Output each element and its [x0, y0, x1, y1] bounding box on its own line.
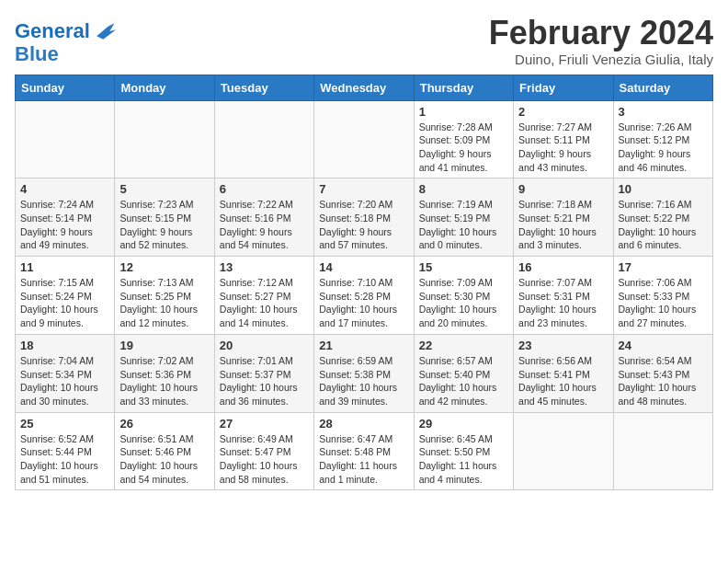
day-detail: Sunrise: 6:57 AM Sunset: 5:40 PM Dayligh…	[419, 354, 508, 408]
day-detail: Sunrise: 7:07 AM Sunset: 5:31 PM Dayligh…	[518, 276, 608, 330]
page-header: General Blue February 2024 Duino, Friuli…	[15, 15, 713, 67]
day-detail: Sunrise: 6:49 AM Sunset: 5:47 PM Dayligh…	[220, 432, 309, 487]
day-number: 21	[319, 339, 408, 352]
calendar-cell: 22Sunrise: 6:57 AM Sunset: 5:40 PM Dayli…	[414, 334, 513, 412]
day-number: 22	[419, 339, 508, 352]
day-detail: Sunrise: 7:16 AM Sunset: 5:22 PM Dayligh…	[619, 198, 708, 252]
day-number: 8	[419, 182, 508, 196]
calendar-week-row: 18Sunrise: 7:04 AM Sunset: 5:34 PM Dayli…	[16, 334, 713, 412]
calendar-cell: 21Sunrise: 6:59 AM Sunset: 5:38 PM Dayli…	[314, 334, 414, 412]
calendar-cell: 15Sunrise: 7:09 AM Sunset: 5:30 PM Dayli…	[414, 257, 513, 335]
calendar-cell: 13Sunrise: 7:12 AM Sunset: 5:27 PM Dayli…	[214, 257, 313, 335]
calendar-cell: 7Sunrise: 7:20 AM Sunset: 5:18 PM Daylig…	[314, 178, 414, 257]
day-detail: Sunrise: 7:02 AM Sunset: 5:36 PM Dayligh…	[119, 354, 209, 408]
calendar-cell: 5Sunrise: 7:23 AM Sunset: 5:15 PM Daylig…	[115, 178, 214, 257]
day-detail: Sunrise: 7:12 AM Sunset: 5:27 PM Dayligh…	[220, 276, 309, 330]
day-number: 2	[518, 105, 608, 119]
calendar-cell: 1Sunrise: 7:28 AM Sunset: 5:09 PM Daylig…	[414, 100, 513, 178]
day-detail: Sunrise: 7:10 AM Sunset: 5:28 PM Dayligh…	[319, 276, 408, 330]
day-detail: Sunrise: 7:06 AM Sunset: 5:33 PM Dayligh…	[619, 276, 708, 330]
calendar-cell: 29Sunrise: 6:45 AM Sunset: 5:50 PM Dayli…	[414, 412, 513, 490]
calendar-cell: 2Sunrise: 7:27 AM Sunset: 5:11 PM Daylig…	[514, 100, 613, 178]
calendar-cell: 11Sunrise: 7:15 AM Sunset: 5:24 PM Dayli…	[16, 257, 115, 335]
day-number: 25	[20, 417, 109, 431]
day-number: 6	[220, 182, 309, 196]
calendar-body: 1Sunrise: 7:28 AM Sunset: 5:09 PM Daylig…	[16, 100, 713, 490]
calendar-cell: 12Sunrise: 7:13 AM Sunset: 5:25 PM Dayli…	[115, 257, 214, 335]
day-number: 10	[619, 182, 708, 196]
day-number: 15	[419, 260, 508, 274]
calendar-cell: 18Sunrise: 7:04 AM Sunset: 5:34 PM Dayli…	[16, 334, 115, 412]
calendar-cell: 8Sunrise: 7:19 AM Sunset: 5:19 PM Daylig…	[414, 178, 513, 257]
day-number: 4	[20, 182, 109, 196]
calendar-cell	[514, 412, 613, 490]
day-detail: Sunrise: 7:23 AM Sunset: 5:15 PM Dayligh…	[119, 198, 209, 252]
calendar-cell: 3Sunrise: 7:26 AM Sunset: 5:12 PM Daylig…	[613, 100, 712, 178]
column-header-wednesday: Wednesday	[314, 75, 414, 100]
calendar-week-row: 4Sunrise: 7:24 AM Sunset: 5:14 PM Daylig…	[16, 178, 713, 257]
day-detail: Sunrise: 6:52 AM Sunset: 5:44 PM Dayligh…	[20, 432, 109, 487]
column-header-thursday: Thursday	[414, 75, 513, 100]
day-detail: Sunrise: 7:24 AM Sunset: 5:14 PM Dayligh…	[20, 198, 109, 252]
day-detail: Sunrise: 7:22 AM Sunset: 5:16 PM Dayligh…	[220, 198, 309, 252]
calendar-cell	[613, 412, 712, 490]
calendar-cell: 23Sunrise: 6:56 AM Sunset: 5:41 PM Dayli…	[514, 334, 613, 412]
day-number: 29	[419, 417, 508, 431]
day-detail: Sunrise: 6:45 AM Sunset: 5:50 PM Dayligh…	[419, 432, 508, 487]
day-number: 17	[619, 260, 708, 274]
day-detail: Sunrise: 7:18 AM Sunset: 5:21 PM Dayligh…	[518, 198, 608, 252]
calendar-cell: 19Sunrise: 7:02 AM Sunset: 5:36 PM Dayli…	[115, 334, 214, 412]
day-number: 14	[319, 260, 408, 274]
day-number: 7	[319, 182, 408, 196]
logo-bird-icon	[92, 18, 118, 44]
calendar-cell: 6Sunrise: 7:22 AM Sunset: 5:16 PM Daylig…	[214, 178, 313, 257]
day-detail: Sunrise: 7:04 AM Sunset: 5:34 PM Dayligh…	[20, 354, 109, 408]
calendar-header-row: SundayMondayTuesdayWednesdayThursdayFrid…	[16, 75, 713, 100]
day-number: 19	[119, 339, 209, 352]
day-detail: Sunrise: 6:47 AM Sunset: 5:48 PM Dayligh…	[319, 432, 408, 487]
day-detail: Sunrise: 7:09 AM Sunset: 5:30 PM Dayligh…	[419, 276, 508, 330]
calendar-cell	[16, 100, 115, 178]
calendar-cell: 16Sunrise: 7:07 AM Sunset: 5:31 PM Dayli…	[514, 257, 613, 335]
calendar-cell: 28Sunrise: 6:47 AM Sunset: 5:48 PM Dayli…	[314, 412, 414, 490]
column-header-saturday: Saturday	[613, 75, 712, 100]
day-detail: Sunrise: 7:26 AM Sunset: 5:12 PM Dayligh…	[619, 121, 708, 175]
day-detail: Sunrise: 7:20 AM Sunset: 5:18 PM Dayligh…	[319, 198, 408, 252]
calendar-cell: 10Sunrise: 7:16 AM Sunset: 5:22 PM Dayli…	[613, 178, 712, 257]
day-number: 16	[518, 260, 608, 274]
calendar-cell	[314, 100, 414, 178]
calendar-cell: 9Sunrise: 7:18 AM Sunset: 5:21 PM Daylig…	[514, 178, 613, 257]
calendar-title-area: February 2024 Duino, Friuli Venezia Giul…	[489, 15, 713, 67]
calendar-cell: 17Sunrise: 7:06 AM Sunset: 5:33 PM Dayli…	[613, 257, 712, 335]
calendar-location: Duino, Friuli Venezia Giulia, Italy	[489, 52, 713, 67]
calendar-month-title: February 2024	[489, 15, 713, 52]
calendar-cell: 25Sunrise: 6:52 AM Sunset: 5:44 PM Dayli…	[16, 412, 115, 490]
day-number: 26	[119, 417, 209, 431]
day-detail: Sunrise: 6:59 AM Sunset: 5:38 PM Dayligh…	[319, 354, 408, 408]
day-detail: Sunrise: 6:51 AM Sunset: 5:46 PM Dayligh…	[119, 432, 209, 487]
calendar-cell: 14Sunrise: 7:10 AM Sunset: 5:28 PM Dayli…	[314, 257, 414, 335]
day-number: 23	[518, 339, 608, 352]
day-detail: Sunrise: 7:19 AM Sunset: 5:19 PM Dayligh…	[419, 198, 508, 252]
day-detail: Sunrise: 7:27 AM Sunset: 5:11 PM Dayligh…	[518, 121, 608, 175]
column-header-sunday: Sunday	[16, 75, 115, 100]
day-number: 3	[619, 105, 708, 119]
calendar-week-row: 11Sunrise: 7:15 AM Sunset: 5:24 PM Dayli…	[16, 257, 713, 335]
day-number: 12	[119, 260, 209, 274]
day-number: 1	[419, 105, 508, 119]
day-number: 5	[119, 182, 209, 196]
column-header-tuesday: Tuesday	[214, 75, 313, 100]
day-number: 18	[20, 339, 109, 352]
day-detail: Sunrise: 6:56 AM Sunset: 5:41 PM Dayligh…	[518, 354, 608, 408]
day-number: 13	[220, 260, 309, 274]
day-number: 20	[220, 339, 309, 352]
calendar-cell: 20Sunrise: 7:01 AM Sunset: 5:37 PM Dayli…	[214, 334, 313, 412]
column-header-friday: Friday	[514, 75, 613, 100]
calendar-week-row: 25Sunrise: 6:52 AM Sunset: 5:44 PM Dayli…	[16, 412, 713, 490]
day-number: 9	[518, 182, 608, 196]
day-detail: Sunrise: 7:15 AM Sunset: 5:24 PM Dayligh…	[20, 276, 109, 330]
day-detail: Sunrise: 7:28 AM Sunset: 5:09 PM Dayligh…	[419, 121, 508, 175]
day-detail: Sunrise: 7:01 AM Sunset: 5:37 PM Dayligh…	[220, 354, 309, 408]
day-detail: Sunrise: 7:13 AM Sunset: 5:25 PM Dayligh…	[119, 276, 209, 330]
calendar-cell	[214, 100, 313, 178]
